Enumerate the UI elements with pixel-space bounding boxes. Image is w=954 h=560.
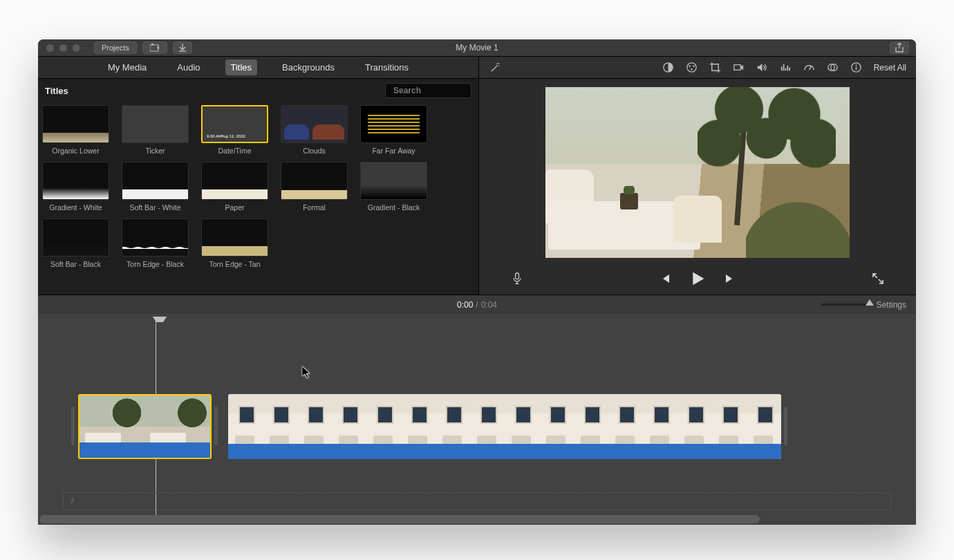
play-button[interactable] <box>689 270 706 290</box>
reset-all-button[interactable]: Reset All <box>874 63 906 73</box>
title-thumbnail[interactable] <box>122 162 189 200</box>
voiceover-button[interactable] <box>511 272 523 288</box>
enhance-button[interactable] <box>489 62 501 74</box>
timeline-clip-2[interactable] <box>228 394 781 459</box>
speaker-icon <box>756 62 768 73</box>
timeline-settings-button[interactable]: Settings <box>877 300 906 310</box>
zoom-knob[interactable] <box>866 299 874 306</box>
eq-button[interactable] <box>780 62 792 74</box>
playback-controls <box>479 265 916 295</box>
title-item-torn-edge-black[interactable]: Torn Edge - Black <box>122 218 189 268</box>
volume-button[interactable] <box>756 62 769 74</box>
previous-icon <box>659 272 671 285</box>
tab-my-media[interactable]: My Media <box>102 59 152 75</box>
crop-button[interactable] <box>709 62 722 74</box>
clip-audio-strip[interactable] <box>80 442 210 458</box>
clip-trim-handle[interactable] <box>784 407 787 445</box>
stabilize-button[interactable] <box>733 62 745 74</box>
clip-audio-strip[interactable] <box>228 444 781 459</box>
timeline[interactable]: ♪ <box>38 314 916 525</box>
tab-audio[interactable]: Audio <box>171 59 205 75</box>
title-item-gradient-white[interactable]: Gradient - White <box>42 162 109 212</box>
preview-viewer[interactable] <box>479 79 916 265</box>
svg-point-7 <box>691 68 692 70</box>
clip-trim-handle[interactable] <box>214 407 218 445</box>
minimize-window-button[interactable] <box>59 44 67 52</box>
previous-button[interactable] <box>659 272 671 288</box>
title-thumbnail[interactable] <box>42 162 109 200</box>
title-label: Formal <box>281 203 348 212</box>
title-item-torn-edge-tan[interactable]: Torn Edge - Tan <box>201 218 268 268</box>
title-thumbnail[interactable] <box>360 105 427 143</box>
tab-backgrounds[interactable]: Backgrounds <box>277 59 340 75</box>
tab-transitions[interactable]: Transitions <box>359 59 414 75</box>
title-label: Torn Edge - Black <box>122 260 189 268</box>
title-thumbnail[interactable] <box>201 162 268 200</box>
title-item-date-time[interactable]: Date/Time <box>201 105 268 155</box>
title-item-formal[interactable]: Formal <box>281 162 348 212</box>
svg-point-6 <box>693 65 694 66</box>
svg-rect-1 <box>151 44 153 45</box>
close-window-button[interactable] <box>46 44 54 52</box>
zoom-slider[interactable] <box>821 304 871 306</box>
title-thumbnail[interactable] <box>122 105 189 143</box>
current-time: 0:00 <box>457 300 473 310</box>
share-button[interactable] <box>890 41 909 54</box>
title-item-clouds[interactable]: Clouds <box>281 105 348 155</box>
next-button[interactable] <box>724 272 736 288</box>
import-icon <box>150 44 160 52</box>
media-tabs: My MediaAudioTitlesBackgroundsTransition… <box>38 57 478 79</box>
audio-track-dropzone[interactable] <box>63 492 891 510</box>
half-circle-icon <box>662 62 674 73</box>
title-item-organic-lower[interactable]: Organic Lower <box>42 105 109 155</box>
media-browser-pane: My MediaAudioTitlesBackgroundsTransition… <box>38 56 479 295</box>
title-item-far-far-away[interactable]: Far Far Away <box>360 105 427 155</box>
color-balance-button[interactable] <box>662 62 675 74</box>
crop-icon <box>709 62 721 73</box>
title-item-soft-bar-white[interactable]: Soft Bar - White <box>122 162 189 212</box>
timeline-clip-1[interactable] <box>78 394 212 459</box>
clip-trim-handle[interactable] <box>71 407 75 445</box>
zoom-window-button[interactable] <box>73 44 80 52</box>
svg-point-4 <box>687 63 696 72</box>
projects-button[interactable]: Projects <box>94 41 137 54</box>
total-duration: 0:04 <box>481 300 497 310</box>
filter-button[interactable] <box>827 62 839 74</box>
scrollbar-thumb[interactable] <box>39 515 760 523</box>
color-correction-button[interactable] <box>686 62 698 74</box>
download-icon <box>179 44 186 52</box>
browser-title: Titles <box>45 86 68 96</box>
import-button[interactable] <box>142 41 167 54</box>
title-thumbnail[interactable] <box>360 162 427 200</box>
title-item-paper[interactable]: Paper <box>201 162 268 212</box>
timeline-header-bar: 0:00 / 0:04 Settings <box>38 295 916 314</box>
title-thumbnail[interactable] <box>122 218 189 256</box>
share-icon <box>895 43 904 53</box>
search-field[interactable] <box>385 83 471 98</box>
fullscreen-button[interactable] <box>872 272 884 288</box>
music-note-icon: ♪ <box>70 494 75 505</box>
timeline-scrollbar[interactable] <box>39 515 908 523</box>
title-thumbnail[interactable] <box>42 218 109 256</box>
title-thumbnail[interactable] <box>281 105 348 143</box>
title-item-gradient-black[interactable]: Gradient - Black <box>360 162 427 212</box>
title-thumbnail[interactable] <box>281 162 348 200</box>
info-button[interactable] <box>850 62 863 74</box>
svg-rect-13 <box>856 67 857 71</box>
next-icon <box>724 272 736 285</box>
equalizer-icon <box>780 62 792 73</box>
title-thumbnail[interactable] <box>201 105 268 143</box>
title-bar: Projects My Movie 1 <box>38 39 916 56</box>
title-item-ticker[interactable]: Ticker <box>122 105 189 155</box>
speed-button[interactable] <box>803 62 816 74</box>
download-button[interactable] <box>173 41 192 54</box>
title-item-soft-bar-black[interactable]: Soft Bar - Black <box>42 218 109 268</box>
title-label: Soft Bar - Black <box>42 260 109 268</box>
info-icon <box>850 62 862 73</box>
title-thumbnail[interactable] <box>201 218 268 256</box>
tab-titles[interactable]: Titles <box>225 59 258 75</box>
title-label: Far Far Away <box>360 147 427 155</box>
title-thumbnail[interactable] <box>42 105 109 143</box>
camera-icon <box>733 62 745 73</box>
adjustments-toolbar: Reset All <box>479 57 916 79</box>
